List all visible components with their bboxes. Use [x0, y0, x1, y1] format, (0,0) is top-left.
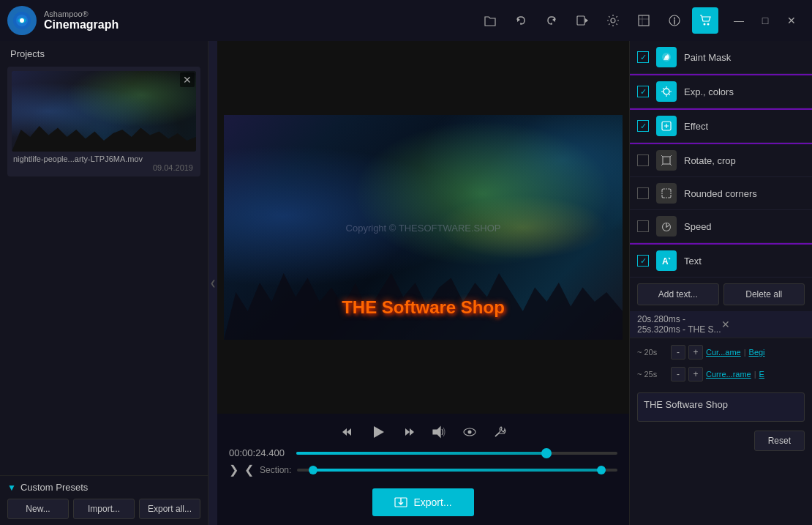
rotate-crop-label: Rotate, crop — [684, 155, 805, 166]
play-button[interactable] — [367, 421, 389, 443]
app-name-brand: Ashampoo® — [44, 10, 119, 18]
text-entry-2-link2[interactable]: E — [759, 370, 764, 379]
titlebar-actions — [477, 7, 718, 34]
settings-button[interactable] — [600, 7, 626, 34]
svg-marker-6 — [585, 18, 588, 23]
speed-icon — [656, 216, 677, 237]
text-entry-1-link2[interactable]: Begi — [749, 348, 765, 357]
text-entry-2-minus[interactable]: - — [671, 367, 685, 381]
close-button[interactable]: ✕ — [778, 7, 805, 34]
app-name: Ashampoo® Cinemagraph — [44, 10, 119, 31]
text-entry-2-time: ~ 25s — [637, 370, 668, 379]
exp-colors-checkbox[interactable] — [637, 86, 649, 97]
svg-marker-12 — [347, 428, 351, 436]
info-button[interactable] — [661, 7, 688, 34]
rounded-corners-checkbox[interactable] — [637, 187, 649, 199]
text-entries: ~ 20s - + Cur...ame | Begi ~ 25s - + Cur… — [630, 338, 812, 388]
section-back-button[interactable]: ❮ — [244, 463, 254, 477]
maximize-button[interactable]: □ — [752, 7, 778, 34]
project-item[interactable]: ✕ nightlife-people...arty-LTPJ6MA.mov 09… — [7, 67, 200, 176]
section-slider[interactable] — [297, 469, 617, 472]
paint-mask-checkbox[interactable] — [637, 51, 649, 63]
resize-button[interactable] — [631, 7, 657, 34]
export-all-button[interactable]: Export all... — [139, 499, 200, 519]
delete-all-button[interactable]: Delete all — [723, 283, 805, 305]
rounded-corners-icon — [656, 183, 677, 204]
projects-heading: Projects — [0, 41, 208, 64]
text-entry-1-time: ~ 20s — [637, 348, 668, 357]
text-entry-2-plus[interactable]: + — [688, 367, 703, 381]
speed-checkbox[interactable] — [637, 220, 649, 232]
text-entry-1-plus[interactable]: + — [688, 345, 703, 360]
text-content-box[interactable]: THE Software Shop — [637, 392, 805, 422]
eye-button[interactable] — [459, 424, 480, 440]
export-button-label: Export... — [413, 496, 451, 508]
effect-label: Effect — [684, 121, 805, 132]
text-entry-1-minus[interactable]: - — [671, 345, 685, 360]
rotate-crop-checkbox[interactable] — [637, 154, 649, 166]
import-preset-button[interactable]: Import... — [73, 499, 135, 519]
left-edge-collapse-tab[interactable]: ❮ — [208, 41, 217, 525]
cart-button[interactable] — [692, 7, 718, 34]
text-entry-2-link1[interactable]: Curre...rame — [706, 370, 751, 379]
svg-marker-3 — [517, 18, 520, 22]
skip-prev-button[interactable] — [338, 422, 357, 442]
rounded-corners-label: Rounded corners — [684, 188, 805, 199]
export-button[interactable]: Export... — [372, 488, 473, 516]
folder-button[interactable] — [477, 7, 503, 34]
reset-button[interactable]: Reset — [754, 431, 805, 451]
project-filename: nightlife-people...arty-LTPJ6MA.mov — [12, 152, 196, 163]
new-preset-button[interactable]: New... — [7, 499, 69, 519]
timeline-progress — [296, 452, 546, 455]
svg-marker-15 — [405, 428, 410, 436]
text-entry-1-link1[interactable]: Cur...ame — [706, 348, 741, 357]
minimize-button[interactable]: — — [726, 7, 752, 34]
timeline-slider[interactable] — [296, 452, 617, 455]
section-range — [313, 469, 601, 472]
record-button[interactable] — [569, 7, 595, 34]
timeline-thumb[interactable] — [541, 448, 552, 458]
text-item-selected: 20s.280ms - 25s.320ms - THE S... ✕ — [630, 311, 812, 338]
paint-mask-icon — [656, 47, 677, 67]
skip-next-button[interactable] — [399, 422, 418, 442]
app-logo — [7, 6, 37, 35]
preset-buttons: New... Import... Export all... — [7, 499, 200, 519]
add-text-button[interactable]: Add text... — [637, 283, 719, 305]
video-text-overlay: THE Software Shop — [342, 297, 505, 318]
svg-point-2 — [20, 18, 24, 23]
text-entry-2: ~ 25s - + Curre...rame | E — [637, 363, 805, 385]
titlebar: Ashampoo® Cinemagraph — [0, 0, 812, 41]
effect-checkbox[interactable] — [637, 120, 649, 132]
custom-presets-section: ▼ Custom Presets New... Import... Export… — [0, 475, 208, 525]
timecode: 00:00:24.400 — [229, 447, 285, 458]
svg-rect-5 — [577, 16, 584, 25]
section-handle-left[interactable] — [309, 466, 317, 474]
effect-row-effect: Effect — [630, 110, 812, 143]
section-row: ❯ ❮ Section: — [229, 463, 617, 477]
project-close-button[interactable]: ✕ — [180, 72, 195, 87]
redo-button[interactable] — [538, 7, 565, 34]
svg-marker-13 — [342, 428, 347, 436]
text-item-close-button[interactable]: ✕ — [721, 319, 805, 330]
section-forward-button[interactable]: ❯ — [229, 463, 238, 477]
effects-list: Paint Mask Exp., colors — [630, 41, 812, 278]
effect-icon — [656, 116, 677, 136]
tools-button[interactable] — [490, 422, 509, 442]
paint-mask-label: Paint Mask — [684, 52, 805, 63]
reset-row: Reset — [630, 426, 812, 455]
volume-button[interactable] — [429, 422, 449, 442]
video-preview: Copyright © THESOFTWARE.SHOP THE Softwar… — [224, 115, 623, 340]
svg-point-10 — [704, 23, 706, 26]
effect-row-paint-mask: Paint Mask — [630, 41, 812, 74]
exp-colors-icon — [656, 81, 677, 102]
svg-point-22 — [665, 56, 668, 59]
text-checkbox[interactable] — [637, 255, 649, 267]
undo-button[interactable] — [508, 7, 534, 34]
section-handle-right[interactable] — [597, 466, 606, 474]
center-panel: Copyright © THESOFTWARE.SHOP THE Softwar… — [217, 41, 629, 525]
svg-marker-4 — [552, 18, 555, 22]
custom-presets-header[interactable]: ▼ Custom Presets — [7, 482, 200, 493]
video-container[interactable]: Copyright © THESOFTWARE.SHOP THE Softwar… — [217, 41, 629, 414]
export-row: Export... — [229, 481, 617, 521]
timeline-row: 00:00:24.400 — [229, 447, 617, 458]
